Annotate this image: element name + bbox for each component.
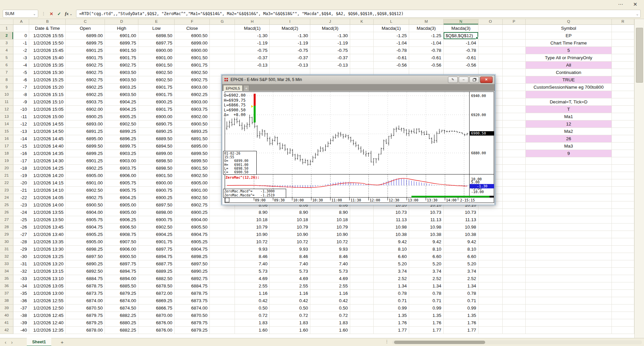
cell-F35[interactable]: 6892.75 <box>175 275 210 282</box>
cell-B21[interactable]: 1/2/2026 14:20 <box>29 172 66 179</box>
cell-E26[interactable]: 6898.00 <box>138 208 175 216</box>
cell-C7[interactable]: 6902.75 <box>66 69 105 76</box>
cell-O27[interactable] <box>478 216 503 223</box>
cell-L29[interactable]: 10.38 <box>374 231 409 238</box>
cell-D25[interactable]: 6905.00 <box>105 201 138 208</box>
cell-P37[interactable] <box>502 289 525 297</box>
tab-sheet1[interactable]: Sheet1 <box>27 338 51 346</box>
cell-F30[interactable]: 6905.25 <box>175 238 210 245</box>
cell-D41[interactable]: 6880.25 <box>105 319 138 326</box>
cell-Q18[interactable]: 9 <box>525 150 611 157</box>
cell-R32[interactable] <box>611 253 634 260</box>
cell-B39[interactable]: 1/2/2026 12:50 <box>29 304 66 312</box>
cell-F28[interactable]: 6905.50 <box>175 223 210 231</box>
column-header-O[interactable]: O <box>478 19 503 24</box>
cell-F17[interactable]: 6895.00 <box>175 142 210 150</box>
cell-B32[interactable]: 1/2/2026 13:25 <box>29 253 66 260</box>
cell-E36[interactable]: 6878.50 <box>138 282 175 289</box>
cell-A36[interactable]: -34 <box>13 282 29 289</box>
cell-C14[interactable]: 6893.00 <box>66 120 105 127</box>
cell-F24[interactable]: 6902.50 <box>175 194 210 201</box>
cell-R24[interactable] <box>611 194 634 201</box>
cell-Q28[interactable] <box>525 223 611 231</box>
cell-O42[interactable] <box>478 326 503 334</box>
row-header-12[interactable]: 12 <box>0 105 13 113</box>
cell-D27[interactable]: 6906.25 <box>105 216 138 223</box>
cell-P8[interactable] <box>502 76 525 83</box>
row-header-41[interactable]: 41 <box>0 319 13 326</box>
cell-D35[interactable]: 6894.00 <box>105 275 138 282</box>
cell-L35[interactable]: 2.52 <box>374 275 409 282</box>
cell-O32[interactable] <box>478 253 503 260</box>
cell-K1[interactable] <box>350 24 374 32</box>
cell-B10[interactable]: 1/2/2026 15:15 <box>29 91 66 98</box>
cell-J35[interactable]: 4.69 <box>310 275 350 282</box>
cell-E3[interactable]: 6897.75 <box>138 39 175 47</box>
cell-M37[interactable]: 0.78 <box>409 289 444 297</box>
cell-C16[interactable]: 6895.00 <box>66 135 105 142</box>
cell-R8[interactable] <box>611 76 634 83</box>
cell-E24[interactable]: 6900.25 <box>138 194 175 201</box>
cell-Q22[interactable] <box>525 179 611 186</box>
cell-P38[interactable] <box>502 297 525 304</box>
cell-P36[interactable] <box>502 282 525 289</box>
column-header-Q[interactable]: Q <box>525 19 611 24</box>
cell-H27[interactable]: 10.18 <box>235 216 270 223</box>
cell-E29[interactable]: 6904.25 <box>138 231 175 238</box>
cell-K33[interactable] <box>350 260 374 267</box>
cell-Q7[interactable]: Continuation <box>525 69 611 76</box>
cell-R28[interactable] <box>611 223 634 231</box>
cell-Q14[interactable]: 12 <box>525 120 611 127</box>
cell-E8[interactable]: 6902.50 <box>138 76 175 83</box>
cell-P2[interactable] <box>502 32 525 39</box>
cell-C26[interactable]: 6904.00 <box>66 208 105 216</box>
cell-G2[interactable] <box>210 32 235 39</box>
cell-P33[interactable] <box>502 260 525 267</box>
cell-R3[interactable] <box>611 39 634 47</box>
cell-Q30[interactable] <box>525 238 611 245</box>
cell-F9[interactable]: 6903.00 <box>175 83 210 91</box>
cell-O36[interactable] <box>478 282 503 289</box>
cell-H34[interactable]: 5.73 <box>235 267 270 275</box>
cell-H3[interactable]: -1.19 <box>235 39 270 47</box>
cell-F22[interactable]: 6905.00 <box>175 179 210 186</box>
cell-B7[interactable]: 1/2/2026 15:30 <box>29 69 66 76</box>
cell-L42[interactable]: 1.77 <box>374 326 409 334</box>
cell-L40[interactable]: 1.35 <box>374 312 409 319</box>
column-header-F[interactable]: F <box>175 19 210 24</box>
cell-D10[interactable]: 6903.50 <box>105 91 138 98</box>
cell-I39[interactable]: 0.50 <box>270 304 310 312</box>
cell-R20[interactable] <box>611 164 634 172</box>
cell-K39[interactable] <box>350 304 374 312</box>
cell-O35[interactable] <box>478 275 503 282</box>
cell-C31[interactable]: 6898.25 <box>66 245 105 253</box>
cell-I29[interactable]: 10.90 <box>270 231 310 238</box>
cell-B1[interactable]: Date & Time <box>29 24 66 32</box>
cell-A16[interactable]: -14 <box>13 135 29 142</box>
row-header-27[interactable]: 27 <box>0 216 13 223</box>
cell-E4[interactable]: 6900.00 <box>138 47 175 54</box>
cell-M36[interactable]: 1.34 <box>409 282 444 289</box>
cell-B17[interactable]: 1/2/2026 14:40 <box>29 142 66 150</box>
column-header-C[interactable]: C <box>66 19 105 24</box>
cell-C11[interactable]: 6903.75 <box>66 98 105 105</box>
cell-G31[interactable] <box>210 245 235 253</box>
cell-L39[interactable]: 0.99 <box>374 304 409 312</box>
name-box-dropdown-icon[interactable]: ⌄ <box>33 12 36 16</box>
cell-B30[interactable]: 1/2/2026 13:35 <box>29 238 66 245</box>
cell-N6[interactable]: -0.56 <box>444 61 478 69</box>
cell-F19[interactable]: 6899.50 <box>175 157 210 164</box>
cell-B16[interactable]: 1/2/2026 14:45 <box>29 135 66 142</box>
cell-O33[interactable] <box>478 260 503 267</box>
cell-Q11[interactable]: Decimal=T, Tick=D <box>525 98 611 105</box>
cell-C12[interactable]: 6902.00 <box>66 105 105 113</box>
cell-F10[interactable]: 6902.25 <box>175 91 210 98</box>
cell-J6[interactable]: -0.13 <box>310 61 350 69</box>
cell-F11[interactable]: 6903.00 <box>175 98 210 105</box>
more-icon[interactable]: ⋯ <box>618 1 623 7</box>
cell-A30[interactable]: -28 <box>13 238 29 245</box>
cell-E9[interactable]: 6901.75 <box>138 83 175 91</box>
cell-D38[interactable]: 6874.00 <box>105 297 138 304</box>
cell-I32[interactable]: 8.46 <box>270 253 310 260</box>
cell-B23[interactable]: 1/2/2026 14:10 <box>29 186 66 194</box>
